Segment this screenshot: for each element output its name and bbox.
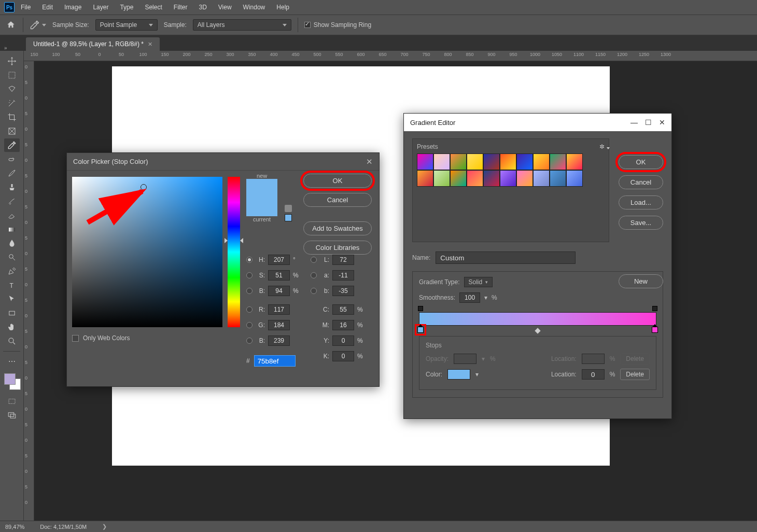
quick-mask-icon[interactable] [4, 395, 20, 408]
cancel-button[interactable]: Cancel [303, 193, 372, 207]
presets-gear-icon[interactable]: ✲ [599, 143, 605, 150]
input-c[interactable] [332, 304, 354, 315]
preset-swatch[interactable] [467, 153, 483, 170]
color-picker-titlebar[interactable]: Color Picker (Stop Color) ✕ [67, 153, 379, 171]
only-web-colors-check[interactable]: Only Web Colors [72, 334, 130, 342]
path-selection-tool[interactable] [4, 292, 20, 306]
document-tab[interactable]: Untitled-1 @ 89,5% (Layer 1, RGB/8#) * ✕ [26, 37, 160, 51]
radio-l[interactable] [311, 257, 317, 263]
color-swatches[interactable] [0, 373, 23, 394]
crop-tool[interactable] [4, 110, 20, 124]
marquee-tool[interactable] [4, 68, 20, 82]
close-icon[interactable]: ✕ [366, 157, 373, 166]
input-k[interactable] [332, 351, 354, 361]
lasso-tool[interactable] [4, 82, 20, 96]
eraser-tool[interactable] [4, 208, 20, 222]
radio-h[interactable] [246, 257, 253, 263]
color-stop-left[interactable] [417, 327, 424, 333]
menu-type[interactable]: Type [115, 2, 138, 13]
preset-swatch[interactable] [533, 153, 550, 170]
edit-toolbar-icon[interactable]: ⋯ [4, 355, 20, 368]
menu-filter[interactable]: Filter [169, 2, 193, 13]
radio-bc[interactable] [246, 338, 253, 344]
sample-select[interactable]: All Layers [193, 19, 291, 31]
preset-swatch[interactable] [566, 170, 583, 187]
preset-swatch[interactable] [417, 170, 433, 187]
preset-swatch[interactable] [500, 170, 516, 187]
preset-swatch[interactable] [450, 153, 467, 170]
blur-tool[interactable] [4, 236, 20, 250]
preset-swatch[interactable] [500, 153, 516, 170]
hue-slider[interactable] [228, 177, 240, 327]
eyedropper-tool-icon[interactable] [30, 20, 46, 30]
preset-swatch[interactable] [467, 170, 483, 187]
color-delete-button[interactable]: Delete [620, 369, 650, 380]
status-menu-icon[interactable]: ❯ [102, 523, 107, 530]
input-a[interactable] [332, 270, 354, 281]
midpoint-marker[interactable] [535, 328, 540, 333]
cancel-button[interactable]: Cancel [619, 175, 663, 189]
opacity-stop-left[interactable] [418, 306, 423, 311]
preset-swatch[interactable] [566, 153, 583, 170]
foreground-color-swatch[interactable] [4, 373, 16, 385]
preset-swatch[interactable] [450, 170, 467, 187]
menu-file[interactable]: File [16, 2, 36, 13]
close-tab-icon[interactable]: ✕ [148, 41, 152, 48]
opacity-stop-right[interactable] [652, 306, 657, 311]
preset-swatch[interactable] [533, 170, 550, 187]
input-m[interactable] [332, 320, 354, 330]
hand-tool[interactable] [4, 320, 20, 334]
frame-tool[interactable] [4, 124, 20, 138]
menu-image[interactable]: Image [59, 2, 87, 13]
doc-size[interactable]: Doc: 4,12M/1,50M [40, 524, 87, 530]
stop-color-dropdown-icon[interactable]: ▾ [475, 371, 479, 378]
preset-swatch[interactable] [433, 170, 450, 187]
dodge-tool[interactable] [4, 250, 20, 264]
input-g[interactable] [268, 320, 290, 330]
menu-layer[interactable]: Layer [88, 2, 114, 13]
color-stop-right[interactable] [652, 327, 658, 333]
brush-tool[interactable] [4, 166, 20, 180]
name-input[interactable] [436, 251, 576, 264]
input-l[interactable] [332, 255, 354, 265]
radio-a[interactable] [311, 272, 317, 278]
type-tool[interactable]: T [4, 278, 20, 292]
current-color-swatch[interactable] [246, 198, 277, 216]
smoothness-input[interactable] [459, 292, 480, 303]
preset-swatch[interactable] [516, 170, 533, 187]
history-brush-tool[interactable] [4, 194, 20, 208]
show-sampling-ring-check[interactable]: Show Sampling Ring [304, 21, 371, 29]
gradient-bar[interactable] [419, 312, 656, 326]
preset-swatch[interactable] [550, 153, 566, 170]
ok-button[interactable]: OK [619, 155, 663, 169]
menu-select[interactable]: Select [139, 2, 167, 13]
menu-3d[interactable]: 3D [193, 2, 212, 13]
preset-swatch[interactable] [483, 170, 500, 187]
pen-tool[interactable] [4, 264, 20, 278]
new-button[interactable]: New [619, 274, 663, 288]
load-button[interactable]: Load... [619, 195, 663, 209]
menu-window[interactable]: Window [238, 2, 271, 13]
preset-swatch[interactable] [550, 170, 566, 187]
color-warning-icons[interactable] [285, 205, 292, 223]
radio-b2[interactable] [311, 288, 317, 294]
gradient-type-select[interactable]: Solid▾ [464, 277, 493, 287]
zoom-level[interactable]: 89,47% [5, 524, 24, 530]
stop-color-swatch[interactable] [447, 369, 470, 380]
gradient-editor-titlebar[interactable]: Gradient Editor — ☐ ✕ [404, 114, 671, 131]
maximize-icon[interactable]: ☐ [645, 118, 652, 127]
preset-swatch[interactable] [483, 153, 500, 170]
hex-input[interactable] [254, 355, 296, 367]
input-h[interactable] [268, 255, 290, 265]
input-bc[interactable] [268, 335, 290, 346]
color-field[interactable] [72, 177, 222, 327]
input-r[interactable] [268, 304, 290, 315]
radio-b[interactable] [246, 288, 253, 294]
move-tool[interactable] [4, 54, 20, 68]
preset-swatch[interactable] [516, 153, 533, 170]
menu-edit[interactable]: Edit [37, 2, 58, 13]
close-icon[interactable]: ✕ [659, 118, 665, 127]
expand-tools-icon[interactable]: » [4, 45, 7, 51]
radio-g[interactable] [246, 322, 253, 328]
input-y[interactable] [332, 335, 354, 346]
